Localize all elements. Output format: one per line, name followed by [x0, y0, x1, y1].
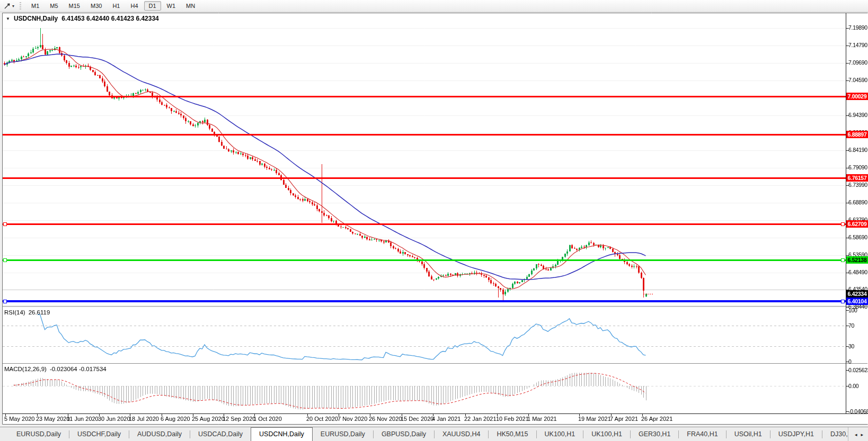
date-tick-label: 19 Mar 2021 — [578, 416, 611, 422]
tab-scroll-left[interactable]: ◂ — [855, 432, 857, 437]
date-tick-label: 26 Nov 2020 — [369, 416, 402, 422]
tab-fra40-h1[interactable]: FRA40,H1 — [679, 427, 725, 441]
ohlc-values: 6.41453 6.42440 6.41423 6.42334 — [61, 15, 159, 22]
price-tick-label: 7.19890 — [848, 24, 868, 31]
timeframe-m15[interactable]: M15 — [64, 1, 85, 11]
timeframe-d1[interactable]: D1 — [144, 1, 161, 11]
tab-uk100-h1[interactable]: UK100,H1 — [583, 427, 630, 441]
hline-price-label[interactable]: 6.40104 — [846, 298, 868, 305]
symbol-period-label: USDCNH,Daily — [14, 15, 58, 22]
chart-canvas[interactable] — [0, 0, 868, 441]
rsi-axis-label: 30 — [848, 343, 854, 350]
macd-name: MACD(12,26,9) — [4, 366, 47, 372]
price-tick-label: 6.48490 — [848, 269, 868, 276]
date-tick-label: 20 Oct 2020 — [306, 416, 338, 422]
tab-audusd-daily[interactable]: AUDUSD,Daily — [129, 427, 190, 441]
rsi-axis-label: 70 — [848, 322, 854, 329]
tab-xauusd-h4[interactable]: XAUUSD,H4 — [435, 427, 489, 441]
price-tick-label: 6.84190 — [848, 147, 868, 154]
tab-usdjpy-h1[interactable]: USDJPY,H1 — [770, 427, 822, 441]
tab-eurusd-daily[interactable]: EURUSD,Daily — [313, 427, 373, 441]
price-tick-label: 6.79090 — [848, 164, 868, 171]
tab-ger30-h1[interactable]: GER30,H1 — [631, 427, 678, 441]
hline-price-label[interactable]: 6.76157 — [846, 174, 868, 182]
macd-axis-label: 0.025623 — [848, 367, 868, 374]
tab-uk100-h1[interactable]: UK100,H1 — [537, 427, 583, 441]
chart-title: ▼ USDCNH,Daily 6.41453 6.42440 6.41423 6… — [6, 15, 159, 22]
timeframe-toolbar: ▾ M1M5M15M30H1H4D1W1MN — [0, 0, 868, 12]
tab-hk50-m15[interactable]: HK50,M15 — [489, 427, 536, 441]
date-tick-label: 15 Dec 2020 — [401, 416, 433, 422]
timeframe-w1[interactable]: W1 — [162, 1, 181, 11]
date-tick-label: 18 Jul 2020 — [129, 416, 159, 422]
date-tick-label: 23 May 2020 — [36, 416, 70, 422]
date-tick-label: 25 Aug 2020 — [192, 416, 225, 422]
timeframe-m30[interactable]: M30 — [86, 1, 107, 11]
hline-price-label[interactable]: 6.88897 — [846, 131, 868, 138]
date-tick-label: 26 Apr 2021 — [641, 416, 672, 422]
macd-axis-label: 0.00 — [848, 383, 858, 390]
collapse-icon[interactable]: ▼ — [6, 16, 10, 21]
hline-price-label[interactable]: 6.62709 — [846, 220, 868, 228]
tab-eurusd-daily[interactable]: EURUSD,Daily — [8, 427, 69, 441]
timeframe-mn[interactable]: MN — [181, 1, 200, 11]
tab-gbpusd-daily[interactable]: GBPUSD,Daily — [374, 427, 434, 441]
price-tick-label: 6.94390 — [848, 112, 868, 119]
price-tick-label: 6.68890 — [848, 199, 868, 206]
date-tick-label: 5 May 2020 — [4, 416, 34, 422]
rsi-name: RSI(14) — [4, 309, 25, 316]
timeframe-m5[interactable]: M5 — [45, 1, 63, 11]
date-tick-label: 6 Aug 2020 — [161, 416, 190, 422]
rsi-value: 26.6119 — [29, 309, 50, 316]
date-tick-label: 7 Nov 2020 — [338, 416, 367, 422]
tab-usdcad-daily[interactable]: USDCAD,Daily — [190, 427, 251, 441]
crosshair-tool-icon[interactable] — [4, 2, 11, 10]
chart-tab-bar: EURUSD,DailyUSDCHF,DailyAUDUSD,DailyUSDC… — [0, 427, 868, 441]
rsi-indicator-label: RSI(14) 26.6119 — [4, 309, 50, 316]
timeframe-h1[interactable]: H1 — [108, 1, 125, 11]
price-tick-label: 6.73990 — [848, 182, 868, 188]
price-tick-label: 6.58690 — [848, 234, 868, 241]
date-tick-label: 1 Mar 2021 — [527, 416, 557, 422]
date-tick-label: 4 Jan 2021 — [432, 416, 460, 422]
toolbar-grip — [20, 2, 21, 10]
date-tick-label: 30 Jun 2020 — [98, 416, 130, 422]
price-tick-label: 7.14790 — [848, 42, 868, 49]
timeframe-h4[interactable]: H4 — [126, 1, 143, 11]
timeframe-m1[interactable]: M1 — [26, 1, 44, 11]
rsi-axis-label: 0 — [848, 358, 852, 365]
hline-price-label[interactable]: 7.00029 — [846, 93, 868, 100]
tab-usoil-h1[interactable]: USOil,H1 — [727, 427, 770, 441]
macd-indicator-label: MACD(12,26,9) -0.023064 -0.017534 — [4, 366, 107, 372]
hline-price-label[interactable]: 6.52138 — [846, 256, 868, 264]
tab-usdchf-daily[interactable]: USDCHF,Daily — [69, 427, 129, 441]
date-tick-label: 22 Jan 2021 — [464, 416, 497, 422]
tab-scroll-right[interactable]: ▸ — [861, 432, 863, 437]
price-tick-label: 7.09690 — [848, 59, 868, 66]
macd-axis-label: -0.040688 — [848, 408, 868, 415]
timeframe-buttons: M1M5M15M30H1H4D1W1MN — [26, 1, 200, 11]
rsi-axis-label: 100 — [848, 307, 857, 314]
tool-dropdown-caret[interactable]: ▾ — [12, 4, 14, 8]
date-tick-label: 10 Feb 2021 — [496, 416, 529, 422]
chart-tabs: EURUSD,DailyUSDCHF,DailyAUDUSD,DailyUSDC… — [0, 427, 868, 441]
current-price-label: 6.42334 — [846, 290, 868, 298]
tab-usdcnh-daily[interactable]: USDCNH,Daily — [251, 427, 313, 441]
date-tick-label: 12 Sep 2020 — [223, 416, 255, 422]
date-tick-label: 11 Jun 2020 — [67, 416, 99, 422]
date-tick-label: 7 Apr 2021 — [610, 416, 638, 422]
tab-scroll-buttons: ◂ ▸ — [848, 427, 868, 441]
drawing-tools-group: ▾ — [0, 2, 14, 10]
macd-values: -0.023064 -0.017534 — [50, 366, 107, 372]
price-tick-label: 7.04590 — [848, 77, 868, 84]
date-tick-label: 1 Oct 2020 — [253, 416, 282, 422]
